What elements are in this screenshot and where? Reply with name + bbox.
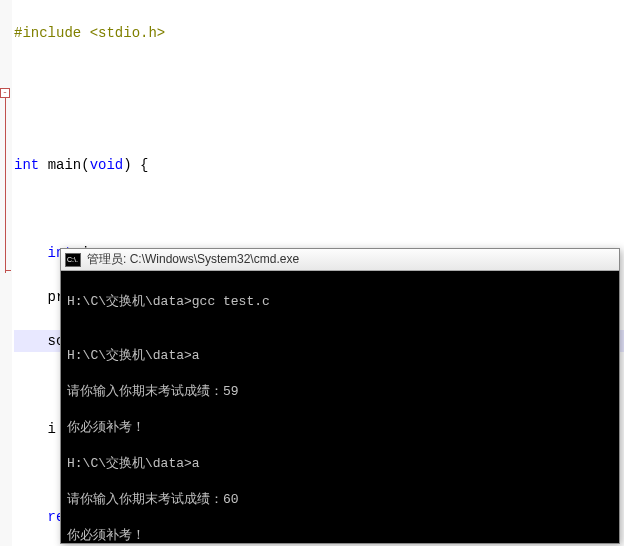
terminal-body[interactable]: H:\C\交换机\data>gcc test.c H:\C\交换机\data>a… — [61, 271, 619, 546]
terminal-window: C:\. 管理员: C:\Windows\System32\cmd.exe H:… — [60, 248, 620, 544]
terminal-line: 你必须补考！ — [67, 419, 613, 437]
code-line: #include <stdio.h> — [14, 22, 624, 44]
cmd-icon: C:\. — [65, 253, 81, 267]
editor-gutter — [0, 0, 12, 546]
terminal-line: 请你输入你期末考试成绩：60 — [67, 491, 613, 509]
var-i: i — [48, 421, 56, 437]
terminal-line: H:\C\交换机\data>a — [67, 347, 613, 365]
terminal-titlebar[interactable]: C:\. 管理员: C:\Windows\System32\cmd.exe — [61, 249, 619, 271]
func-main: main — [48, 157, 82, 173]
preprocessor-directive: #include — [14, 25, 81, 41]
include-path: <stdio.h> — [90, 25, 166, 41]
fold-toggle-icon[interactable]: - — [0, 88, 10, 98]
keyword-int: int — [14, 157, 39, 173]
terminal-line: H:\C\交换机\data>a — [67, 455, 613, 473]
fold-guide-end — [5, 270, 11, 271]
code-line — [14, 198, 624, 220]
terminal-title: 管理员: C:\Windows\System32\cmd.exe — [87, 251, 299, 268]
code-line — [14, 110, 624, 132]
terminal-line: H:\C\交换机\data>gcc test.c — [67, 293, 613, 311]
code-line — [14, 66, 624, 88]
keyword-void: void — [90, 157, 124, 173]
code-line: int main(void) { — [14, 154, 624, 176]
terminal-line: 请你输入你期末考试成绩：59 — [67, 383, 613, 401]
fold-guide-line — [5, 98, 6, 273]
terminal-line: 你必须补考！ — [67, 527, 613, 545]
